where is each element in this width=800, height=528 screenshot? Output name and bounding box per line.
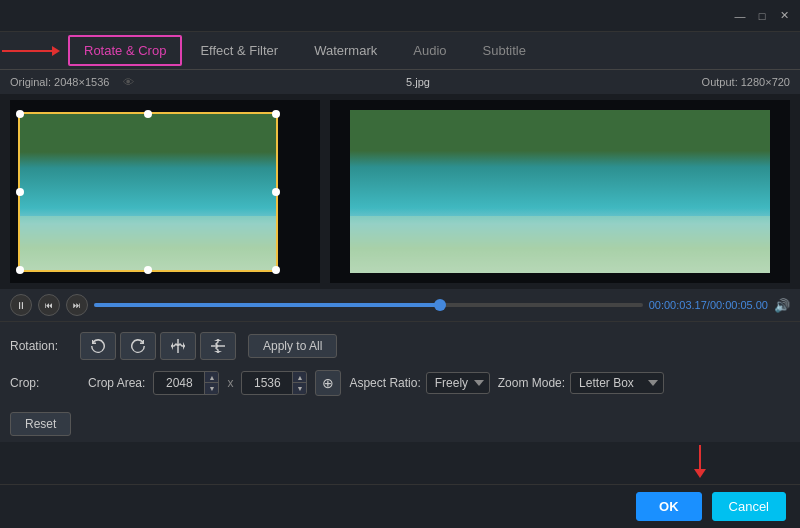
cancel-button[interactable]: Cancel bbox=[712, 492, 786, 521]
rotate-ccw-button[interactable] bbox=[80, 332, 116, 360]
preview-area bbox=[0, 94, 800, 289]
crop-box[interactable] bbox=[18, 112, 278, 272]
output-image bbox=[350, 110, 770, 273]
aspect-ratio-label: Aspect Ratio: bbox=[349, 376, 420, 390]
crop-handle-tm[interactable] bbox=[144, 110, 152, 118]
seek-bar[interactable] bbox=[94, 303, 643, 307]
tab-audio[interactable]: Audio bbox=[395, 35, 464, 66]
crop-handle-br[interactable] bbox=[272, 266, 280, 274]
crop-handle-ml[interactable] bbox=[16, 188, 24, 196]
output-size: Output: 1280×720 bbox=[702, 76, 790, 88]
original-size: Original: 2048×1536 bbox=[10, 76, 109, 88]
height-input-group: ▲ ▼ bbox=[241, 371, 307, 395]
close-button[interactable]: ✕ bbox=[776, 8, 792, 24]
width-input-group: ▲ ▼ bbox=[153, 371, 219, 395]
action-bar: OK Cancel bbox=[0, 484, 800, 528]
preview-right bbox=[330, 100, 790, 283]
seek-thumb[interactable] bbox=[434, 299, 446, 311]
width-spin-up[interactable]: ▲ bbox=[205, 372, 218, 383]
ok-arrow-indicator bbox=[694, 445, 706, 478]
reset-button[interactable]: Reset bbox=[10, 412, 71, 436]
next-frame-button[interactable]: ⏭ bbox=[66, 294, 88, 316]
height-input[interactable] bbox=[242, 373, 292, 393]
controls-section: Rotation: Apply to All bbox=[0, 321, 800, 442]
time-display: 00:00:03.17/00:00:05.00 bbox=[649, 299, 768, 311]
height-spin-down[interactable]: ▼ bbox=[293, 383, 306, 394]
arrow-head bbox=[694, 469, 706, 478]
title-bar: — □ ✕ bbox=[0, 0, 800, 32]
height-spinners: ▲ ▼ bbox=[292, 372, 306, 394]
rotation-row: Rotation: Apply to All bbox=[10, 332, 790, 360]
width-spin-down[interactable]: ▼ bbox=[205, 383, 218, 394]
apply-to-all-button[interactable]: Apply to All bbox=[248, 334, 337, 358]
tab-bar: Rotate & Crop Effect & Filter Watermark … bbox=[0, 32, 800, 70]
crop-handle-bl[interactable] bbox=[16, 266, 24, 274]
zoom-mode-label: Zoom Mode: bbox=[498, 376, 565, 390]
width-input[interactable] bbox=[154, 373, 204, 393]
zoom-mode-group: Zoom Mode: Letter Box Pan & Scan Full Sc… bbox=[498, 372, 664, 394]
crop-row: Crop: Crop Area: ▲ ▼ x ▲ ▼ ⊕ Aspect Rati… bbox=[10, 370, 790, 396]
tab-watermark[interactable]: Watermark bbox=[296, 35, 395, 66]
play-button[interactable]: ⏸ bbox=[10, 294, 32, 316]
crop-area-label: Crop Area: bbox=[88, 376, 145, 390]
filename: 5.jpg bbox=[134, 76, 701, 88]
maximize-button[interactable]: □ bbox=[754, 8, 770, 24]
flip-horizontal-button[interactable] bbox=[160, 332, 196, 360]
tab-rotate-crop[interactable]: Rotate & Crop bbox=[68, 35, 182, 66]
playback-bar: ⏸ ⏮ ⏭ 00:00:03.17/00:00:05.00 🔊 bbox=[0, 289, 800, 321]
zoom-mode-select[interactable]: Letter Box Pan & Scan Full Screen bbox=[570, 372, 664, 394]
dimension-separator: x bbox=[227, 376, 233, 390]
width-spinners: ▲ ▼ bbox=[204, 372, 218, 394]
crop-handle-tr[interactable] bbox=[272, 110, 280, 118]
crop-handle-mr[interactable] bbox=[272, 188, 280, 196]
tab-arrow-indicator bbox=[2, 46, 60, 56]
aspect-ratio-group: Aspect Ratio: Freely 16:9 4:3 1:1 bbox=[349, 372, 489, 394]
tab-subtitle[interactable]: Subtitle bbox=[465, 35, 544, 66]
flip-vertical-button[interactable] bbox=[200, 332, 236, 360]
aspect-ratio-select[interactable]: Freely 16:9 4:3 1:1 bbox=[426, 372, 490, 394]
rotate-ccw-icon bbox=[90, 338, 106, 354]
prev-frame-button[interactable]: ⏮ bbox=[38, 294, 60, 316]
seek-progress bbox=[94, 303, 440, 307]
height-spin-up[interactable]: ▲ bbox=[293, 372, 306, 383]
info-bar: Original: 2048×1536 👁 5.jpg Output: 1280… bbox=[0, 70, 800, 94]
volume-icon[interactable]: 🔊 bbox=[774, 298, 790, 313]
arrow-line bbox=[699, 445, 701, 469]
ok-button[interactable]: OK bbox=[636, 492, 702, 521]
flip-h-icon bbox=[170, 338, 186, 354]
crop-handle-tl[interactable] bbox=[16, 110, 24, 118]
rotate-cw-icon bbox=[130, 338, 146, 354]
rotation-label: Rotation: bbox=[10, 339, 80, 353]
tab-effect-filter[interactable]: Effect & Filter bbox=[182, 35, 296, 66]
crop-handle-bm[interactable] bbox=[144, 266, 152, 274]
preview-left bbox=[10, 100, 320, 283]
crop-label: Crop: bbox=[10, 376, 80, 390]
minimize-button[interactable]: — bbox=[732, 8, 748, 24]
center-crop-button[interactable]: ⊕ bbox=[315, 370, 341, 396]
rotate-cw-button[interactable] bbox=[120, 332, 156, 360]
flip-v-icon bbox=[210, 338, 226, 354]
